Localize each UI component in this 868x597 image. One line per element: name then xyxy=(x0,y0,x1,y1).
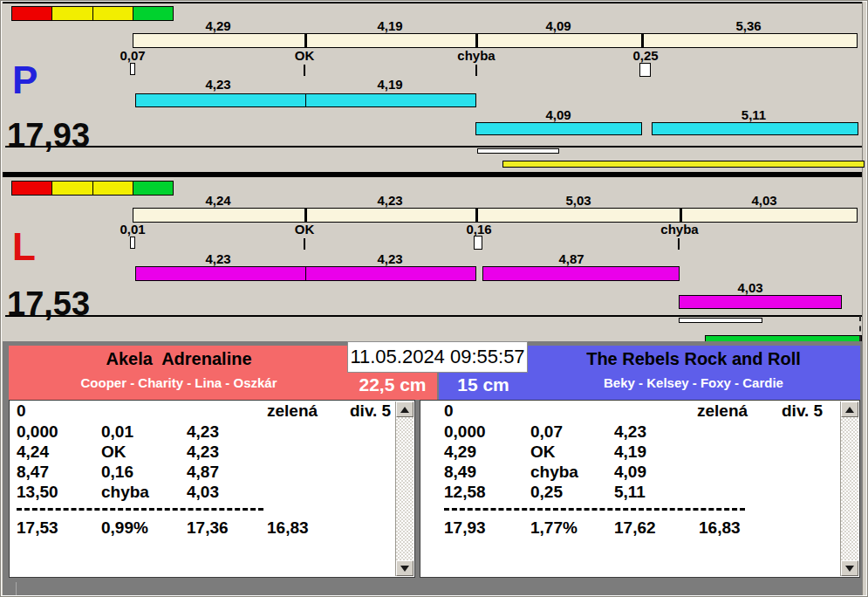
result-cell: 0,000 xyxy=(17,422,58,441)
segment-time-label: 4,09 xyxy=(519,19,598,32)
scroll-track[interactable] xyxy=(841,417,858,560)
result-cell: OK xyxy=(530,443,556,461)
results-list-left[interactable]: 0 zelená div. 5 0,000 0,01 4,23 4,24 OK … xyxy=(9,400,415,578)
marker-label: chyba xyxy=(437,49,516,62)
result-cell: div. 5 xyxy=(350,401,391,420)
result-cell: 1,77% xyxy=(530,518,578,537)
team-members-left: Cooper - Charity - Lina - Oszkár xyxy=(9,375,349,390)
status-lights-p xyxy=(11,6,174,21)
status-light-green xyxy=(133,6,174,21)
result-cell: 16,83 xyxy=(267,518,309,537)
run-bar-segment xyxy=(679,295,842,309)
reference-bar-l xyxy=(133,208,858,223)
marker-label: 0,01 xyxy=(93,223,172,236)
exchange-gap-marker xyxy=(474,236,482,250)
marker-label: OK xyxy=(265,223,344,236)
result-cell: 4,23 xyxy=(187,443,219,461)
result-cell: 0,000 xyxy=(444,422,486,441)
exchange-fault-marker xyxy=(678,238,680,250)
start-offset-marker xyxy=(130,237,135,249)
arrow-up-icon xyxy=(400,407,409,413)
segment-time-label: 4,03 xyxy=(725,194,803,207)
results-list-right[interactable]: 0 zelená div. 5 0,000 0,07 4,23 4,29 OK … xyxy=(420,400,860,578)
run-bar-segment xyxy=(652,122,858,135)
marker-label: 0,16 xyxy=(440,223,518,236)
flyball-timing-window: 4,29 4,19 4,09 5,36 0,07 OK chyba 0,25 4… xyxy=(0,0,868,597)
marker-label: 0,25 xyxy=(606,49,685,62)
scroll-down-button[interactable] xyxy=(396,560,413,576)
scroll-track[interactable] xyxy=(396,417,413,560)
datetime-box: 11.05.2024 09:55:57 xyxy=(347,341,528,373)
status-light-yellow-1 xyxy=(51,6,92,21)
baseline-l xyxy=(5,315,862,317)
run-time-label: 4,19 xyxy=(351,78,429,91)
run-bar-segment xyxy=(305,93,476,107)
result-cell: 12,58 xyxy=(444,483,486,501)
dashed-divider xyxy=(17,508,263,511)
run-time-label: 4,23 xyxy=(351,252,429,265)
result-cell: 4,29 xyxy=(444,443,476,461)
result-cell: chyba xyxy=(101,483,149,501)
segment-time-label: 5,36 xyxy=(709,19,788,32)
marker-label: chyba xyxy=(640,223,719,236)
total-time-p: 17,93 xyxy=(7,118,90,153)
result-cell: 0,01 xyxy=(101,422,133,441)
segment-time-label: 4,29 xyxy=(179,19,257,32)
result-cell: 8,47 xyxy=(17,463,49,481)
exchange-fault-marker xyxy=(475,65,477,76)
scroll-up-button[interactable] xyxy=(841,401,858,417)
result-cell: 4,23 xyxy=(614,422,646,441)
bar-tick xyxy=(680,208,682,223)
bar-tick xyxy=(641,33,644,48)
bar-tick xyxy=(475,33,478,48)
diff-bar-l xyxy=(679,318,762,323)
scrollbar-right-list[interactable] xyxy=(840,401,858,576)
team-name-right: The Rebels Rock and Roll xyxy=(527,349,860,369)
scroll-up-button[interactable] xyxy=(396,401,413,417)
run-bar-segment xyxy=(135,93,306,107)
best-time-bar-yellow xyxy=(502,161,865,168)
status-light-red xyxy=(11,6,52,21)
dashed-divider xyxy=(444,508,745,511)
run-time-label: 5,11 xyxy=(714,108,793,121)
result-cell: 17,93 xyxy=(444,518,486,537)
result-cell: 5,11 xyxy=(614,483,646,501)
run-time-label: 4,23 xyxy=(179,252,257,265)
result-cell: 0,25 xyxy=(530,483,563,501)
jump-height-left: 22,5 cm xyxy=(347,374,438,395)
status-light-yellow-1 xyxy=(51,181,92,196)
run-bar-segment xyxy=(135,266,306,281)
result-cell: 4,87 xyxy=(187,463,219,481)
diff-bar-p xyxy=(477,148,559,154)
result-cell: 0 xyxy=(17,401,26,420)
arrow-up-icon xyxy=(845,407,854,413)
run-bar-segment xyxy=(475,122,642,135)
run-time-label: 4,23 xyxy=(179,78,257,91)
status-light-red xyxy=(11,181,52,196)
status-light-green xyxy=(133,181,174,196)
window-top-border xyxy=(3,2,862,3)
run-time-label: 4,87 xyxy=(532,252,611,265)
exchange-ok-marker xyxy=(304,238,305,250)
scroll-down-button[interactable] xyxy=(841,560,858,576)
result-cell: 17,62 xyxy=(614,518,656,537)
result-cell: 8,49 xyxy=(444,463,476,481)
result-cell: 0,99% xyxy=(101,518,148,537)
result-cell: 4,19 xyxy=(614,443,646,461)
result-cell: zelená xyxy=(697,401,748,420)
result-cell: 0,07 xyxy=(530,422,563,441)
team-name-left: Akela Adrenaline xyxy=(9,349,349,369)
run-time-label: 4,03 xyxy=(711,281,789,294)
window-right-border xyxy=(862,2,863,595)
result-cell: 4,09 xyxy=(614,463,646,481)
segment-time-label: 5,03 xyxy=(539,194,618,207)
status-lights-l xyxy=(11,181,174,196)
exchange-ok-marker xyxy=(304,65,305,76)
result-cell: 4,24 xyxy=(17,443,49,461)
lane-letter-l: L xyxy=(12,228,36,266)
run-time-label: 4,09 xyxy=(519,108,598,121)
bar-tick xyxy=(475,208,478,223)
result-cell: 4,23 xyxy=(187,422,219,441)
segment-time-label: 4,24 xyxy=(179,194,257,207)
scrollbar-left-list[interactable] xyxy=(395,401,413,576)
